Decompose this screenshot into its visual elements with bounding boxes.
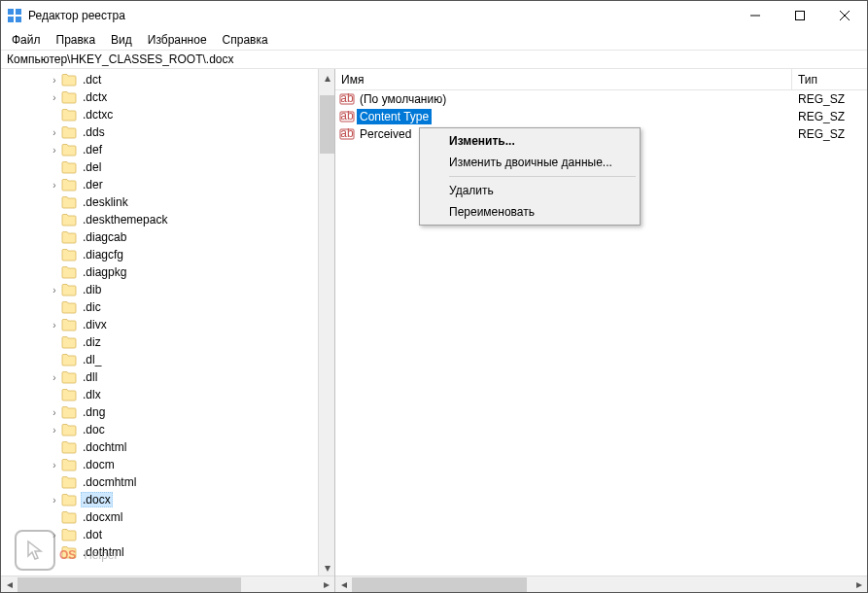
tree-item-label: .doc (81, 423, 107, 436)
scroll-down-icon[interactable]: ▾ (319, 559, 335, 576)
tree-item-label: .dctx (81, 90, 109, 104)
expander-none (48, 510, 61, 524)
ctx-rename[interactable]: Переименовать (422, 201, 638, 223)
scroll-left-icon[interactable]: ◂ (1, 576, 17, 593)
tree-item-label: .diz (81, 335, 103, 349)
hscroll-track[interactable] (17, 576, 318, 593)
chevron-right-icon[interactable]: › (48, 370, 61, 384)
ctx-delete[interactable]: Удалить (422, 180, 638, 201)
tree-item[interactable]: ›.docm (1, 456, 318, 473)
column-header-type[interactable]: Тип (792, 69, 867, 89)
ctx-modify-binary[interactable]: Изменить двоичные данные... (422, 152, 638, 173)
tree-item[interactable]: ›.docx (1, 491, 318, 508)
tree-scroll: ›.dct›.dctx.dctxc›.dds›.def.del›.der.des… (1, 69, 318, 576)
minimize-button[interactable] (733, 1, 778, 30)
chevron-right-icon[interactable]: › (48, 73, 61, 87)
value-type-cell: REG_SZ (792, 110, 867, 123)
column-header-name[interactable]: Имя (335, 69, 792, 89)
tree-item[interactable]: .diagcfg (1, 246, 318, 263)
list-hscrollbar[interactable]: ◂ ▸ (335, 576, 867, 592)
tree-item[interactable]: ›.dds (1, 123, 318, 141)
tree-item[interactable]: ›.der (1, 176, 318, 193)
svg-rect-1 (16, 9, 21, 15)
value-type-cell: REG_SZ (792, 127, 867, 141)
tree-vscrollbar[interactable]: ▴ ▾ (318, 69, 334, 576)
chevron-right-icon[interactable]: › (48, 528, 61, 541)
tree-item[interactable]: ›.divx (1, 316, 318, 333)
tree-item[interactable]: .diagpkg (1, 263, 318, 281)
tree-item[interactable]: ›.dctx (1, 88, 318, 106)
tree-item[interactable]: .diagcab (1, 228, 318, 246)
chevron-right-icon[interactable]: › (48, 90, 61, 104)
svg-rect-2 (8, 17, 14, 22)
menu-help[interactable]: Справка (216, 31, 275, 49)
address-bar[interactable]: Компьютер\HKEY_CLASSES_ROOT\.docx (1, 50, 867, 69)
tree-item[interactable]: .dl_ (1, 351, 318, 368)
vscroll-track[interactable] (319, 86, 334, 559)
menu-view[interactable]: Вид (104, 31, 139, 49)
tree-item[interactable]: .desklink (1, 193, 318, 211)
tree-item-label: .docm (81, 458, 117, 471)
tree-item[interactable]: ›.dll (1, 368, 318, 386)
hscroll-thumb[interactable] (17, 577, 241, 592)
chevron-right-icon[interactable]: › (48, 283, 61, 296)
chevron-right-icon[interactable]: › (48, 423, 61, 436)
tree-item[interactable]: .dctxc (1, 106, 318, 123)
tree-item[interactable]: ›.dib (1, 281, 318, 298)
chevron-right-icon[interactable]: › (48, 318, 61, 331)
tree-item[interactable]: .diz (1, 333, 318, 351)
tree-item[interactable]: ›.dng (1, 403, 318, 421)
app-icon (7, 8, 22, 23)
tree-item-label: .diagcab (81, 230, 128, 244)
chevron-right-icon[interactable]: › (48, 493, 61, 506)
list-row[interactable]: ab(По умолчанию)REG_SZ (335, 90, 867, 108)
tree-item[interactable]: .deskthemepack (1, 211, 318, 228)
tree-item[interactable]: ›.def (1, 141, 318, 158)
tree-item[interactable]: .docmhtml (1, 473, 318, 491)
menu-favorites[interactable]: Избранное (141, 31, 214, 49)
tree-item[interactable]: .dlx (1, 386, 318, 403)
tree-item[interactable]: ›.doc (1, 421, 318, 438)
value-name-cell: ab(По умолчанию) (335, 91, 792, 107)
value-name-label: Content Type (357, 109, 432, 124)
tree-item[interactable]: .del (1, 158, 318, 176)
tree-item-label: .dochtml (81, 440, 128, 454)
tree-hscrollbar[interactable]: ◂ ▸ (1, 576, 334, 592)
expander-none (48, 300, 61, 314)
tree-item[interactable]: .dothtml (1, 543, 318, 561)
scroll-left-icon[interactable]: ◂ (335, 576, 352, 593)
tree-item-label: .dib (81, 283, 103, 296)
list-row[interactable]: abContent TypeREG_SZ (335, 108, 867, 125)
tree-item-label: .dlx (81, 388, 103, 401)
tree-item[interactable]: .dic (1, 298, 318, 316)
ctx-modify[interactable]: Изменить... (422, 130, 638, 152)
expander-none (48, 195, 61, 209)
maximize-button[interactable] (778, 1, 822, 30)
tree-item-label: .deskthemepack (81, 213, 169, 227)
tree-item-label: .dot (81, 528, 104, 541)
menu-edit[interactable]: Правка (50, 31, 103, 49)
scroll-right-icon[interactable]: ▸ (318, 576, 334, 593)
menu-file[interactable]: Файл (5, 31, 48, 49)
chevron-right-icon[interactable]: › (48, 458, 61, 471)
titlebar-left: Редактор реестра (7, 8, 125, 23)
tree-pane: ›.dct›.dctx.dctxc›.dds›.def.del›.der.des… (1, 69, 335, 592)
vscroll-thumb[interactable] (320, 95, 334, 154)
tree-item[interactable]: ›.dot (1, 526, 318, 543)
hscroll-thumb[interactable] (352, 577, 527, 592)
tree-item-label: .def (81, 143, 104, 157)
chevron-right-icon[interactable]: › (48, 143, 61, 157)
value-type-cell: REG_SZ (792, 92, 867, 106)
close-button[interactable] (822, 1, 867, 30)
chevron-right-icon[interactable]: › (48, 125, 61, 139)
chevron-right-icon[interactable]: › (48, 405, 61, 419)
titlebar: Редактор реестра (1, 1, 867, 30)
tree-item[interactable]: .docxml (1, 508, 318, 526)
scroll-right-icon[interactable]: ▸ (851, 576, 867, 593)
scroll-up-icon[interactable]: ▴ (319, 69, 335, 86)
tree-item[interactable]: ›.dct (1, 71, 318, 88)
registry-tree[interactable]: ›.dct›.dctx.dctxc›.dds›.def.del›.der.des… (1, 69, 318, 563)
chevron-right-icon[interactable]: › (48, 178, 61, 192)
tree-item[interactable]: .dochtml (1, 438, 318, 456)
hscroll-track[interactable] (352, 576, 851, 593)
